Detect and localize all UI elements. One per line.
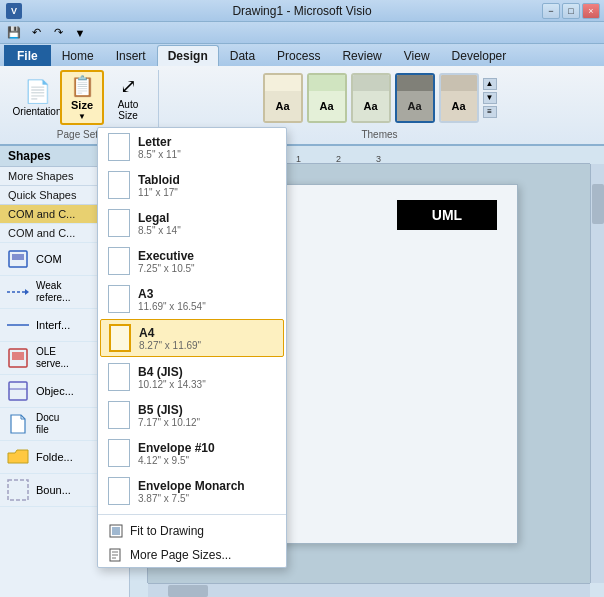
- ribbon-tabs: File Home Insert Design Data Process Rev…: [0, 44, 604, 66]
- tab-process[interactable]: Process: [266, 45, 331, 66]
- maximize-button[interactable]: □: [562, 3, 580, 19]
- uml-label: UML: [432, 207, 462, 223]
- tab-insert[interactable]: Insert: [105, 45, 157, 66]
- tab-developer[interactable]: Developer: [441, 45, 518, 66]
- dropdown-a3[interactable]: A3 11.69" x 16.54": [98, 280, 286, 318]
- a3-icon: [108, 285, 130, 313]
- main-area: Shapes More Shapes Quick Shapes COM and …: [0, 146, 604, 597]
- window-controls[interactable]: − □ ×: [542, 3, 600, 19]
- a4-icon: [109, 324, 131, 352]
- minimize-button[interactable]: −: [542, 3, 560, 19]
- themes-down-button[interactable]: ▼: [483, 92, 497, 104]
- tab-file[interactable]: File: [4, 45, 51, 66]
- dropdown-divider: [98, 514, 286, 515]
- size-icon: 📋: [70, 74, 95, 98]
- size-dropdown-arrow: ▼: [78, 112, 86, 121]
- ole-label: OLEserve...: [36, 346, 69, 370]
- theme-item-1[interactable]: Aa: [263, 73, 303, 123]
- size-label: Size: [71, 99, 93, 111]
- title-bar: V Drawing1 - Microsoft Visio − □ ×: [0, 0, 604, 22]
- horizontal-scrollbar[interactable]: [148, 583, 590, 597]
- more-page-sizes-action[interactable]: More Page Sizes...: [98, 543, 286, 567]
- close-button[interactable]: ×: [582, 3, 600, 19]
- autosize-icon: ⤢: [120, 74, 137, 98]
- dropdown-a4[interactable]: A4 8.27" x 11.69": [100, 319, 284, 357]
- tab-data[interactable]: Data: [219, 45, 266, 66]
- window-title: Drawing1 - Microsoft Visio: [232, 4, 371, 18]
- save-qat-button[interactable]: 💾: [4, 24, 24, 42]
- b5jis-icon: [108, 401, 130, 429]
- quick-access-toolbar: 💾 ↶ ↷ ▼: [0, 22, 604, 44]
- interface-icon: [6, 313, 30, 337]
- svg-rect-7: [9, 382, 27, 400]
- page-setup-buttons: 📄 Orientation 📋 Size ▼ ⤢ Auto Size: [16, 70, 150, 125]
- fit-to-drawing-label: Fit to Drawing: [130, 524, 204, 538]
- executive-icon: [108, 247, 130, 275]
- size-dropdown-menu: Letter 8.5" x 11" Tabloid 11" x 17" Lega…: [97, 127, 287, 568]
- app-icon: V: [6, 3, 22, 19]
- more-page-sizes-icon: [108, 547, 124, 563]
- svg-rect-11: [112, 527, 120, 535]
- folder-label: Folde...: [36, 451, 73, 463]
- fit-to-drawing-action[interactable]: Fit to Drawing: [98, 519, 286, 543]
- ole-icon: [6, 346, 30, 370]
- uml-box: UML: [397, 200, 497, 230]
- dropdown-env10[interactable]: Envelope #10 4.12" x 9.5": [98, 434, 286, 472]
- com-shape-icon: [6, 247, 30, 271]
- themes-label: Themes: [361, 127, 397, 140]
- autosize-label: Auto Size: [107, 99, 149, 121]
- svg-rect-9: [8, 480, 28, 500]
- size-button[interactable]: 📋 Size ▼: [60, 70, 104, 125]
- tabloid-icon: [108, 171, 130, 199]
- object-label: Objec...: [36, 385, 74, 397]
- themes-nav: ▲ ▼ ≡: [483, 78, 497, 118]
- tab-view[interactable]: View: [393, 45, 441, 66]
- folder-icon: [6, 445, 30, 469]
- dropdown-b5jis[interactable]: B5 (JIS) 7.17" x 10.12": [98, 396, 286, 434]
- orientation-label: Orientation: [13, 106, 62, 117]
- dropdown-executive[interactable]: Executive 7.25" x 10.5": [98, 242, 286, 280]
- fit-to-drawing-icon: [108, 523, 124, 539]
- weak-ref-label: Weakrefere...: [36, 280, 70, 304]
- theme-item-3[interactable]: Aa: [351, 73, 391, 123]
- b4jis-icon: [108, 363, 130, 391]
- qat-more-button[interactable]: ▼: [70, 24, 90, 42]
- tab-review[interactable]: Review: [331, 45, 392, 66]
- env-monarch-icon: [108, 477, 130, 505]
- boundary-icon: [6, 478, 30, 502]
- themes-more-button[interactable]: ≡: [483, 106, 497, 118]
- dropdown-env-monarch[interactable]: Envelope Monarch 3.87" x 7.5": [98, 472, 286, 510]
- interface-label: Interf...: [36, 319, 70, 331]
- orientation-button[interactable]: 📄 Orientation: [16, 70, 58, 125]
- env10-icon: [108, 439, 130, 467]
- undo-button[interactable]: ↶: [26, 24, 46, 42]
- letter-icon: [108, 133, 130, 161]
- dropdown-letter[interactable]: Letter 8.5" x 11": [98, 128, 286, 166]
- themes-up-button[interactable]: ▲: [483, 78, 497, 90]
- tab-home[interactable]: Home: [51, 45, 105, 66]
- dropdown-b4jis[interactable]: B4 (JIS) 10.12" x 14.33": [98, 358, 286, 396]
- boundary-label: Boun...: [36, 484, 71, 496]
- svg-marker-3: [25, 289, 29, 295]
- dropdown-legal[interactable]: Legal 8.5" x 14": [98, 204, 286, 242]
- svg-rect-1: [12, 254, 24, 260]
- document-icon: [6, 412, 30, 436]
- autosize-button[interactable]: ⤢ Auto Size: [106, 70, 150, 125]
- tab-design[interactable]: Design: [157, 45, 219, 66]
- more-page-sizes-label: More Page Sizes...: [130, 548, 231, 562]
- weak-ref-icon: [6, 280, 30, 304]
- orientation-icon: 📄: [24, 79, 51, 105]
- theme-item-2[interactable]: Aa: [307, 73, 347, 123]
- legal-icon: [108, 209, 130, 237]
- theme-item-4[interactable]: Aa: [395, 73, 435, 123]
- document-label: Docufile: [36, 412, 59, 436]
- dropdown-tabloid[interactable]: Tabloid 11" x 17": [98, 166, 286, 204]
- object-icon: [6, 379, 30, 403]
- vertical-scrollbar[interactable]: [590, 164, 604, 583]
- themes-strip: Aa Aa Aa Aa Aa ▲ ▼ ≡: [263, 70, 497, 125]
- redo-button[interactable]: ↷: [48, 24, 68, 42]
- com-shape-label: COM: [36, 253, 62, 265]
- theme-item-5[interactable]: Aa: [439, 73, 479, 123]
- svg-rect-6: [12, 352, 24, 360]
- ribbon: 📄 Orientation 📋 Size ▼ ⤢ Auto Size Page …: [0, 66, 604, 146]
